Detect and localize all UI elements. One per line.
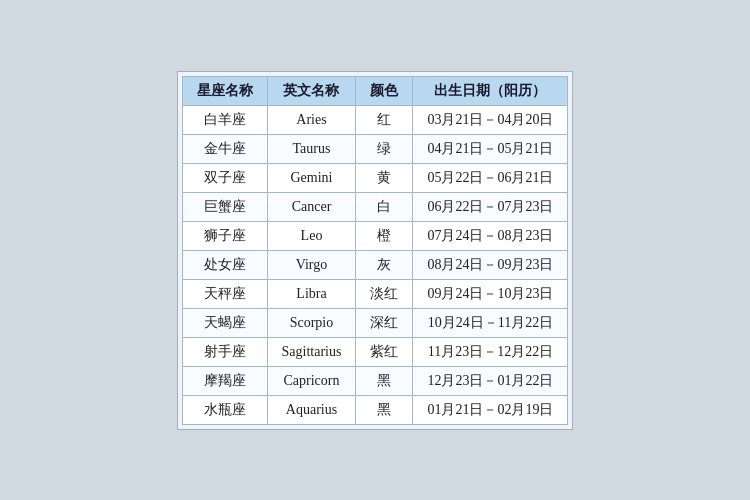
cell-dates: 12月23日－01月22日 [413,366,568,395]
cell-chinese-name: 天秤座 [182,279,267,308]
table-header-row: 星座名称 英文名称 颜色 出生日期（阳历） [182,76,568,105]
cell-chinese-name: 金牛座 [182,134,267,163]
cell-chinese-name: 处女座 [182,250,267,279]
table-row: 狮子座Leo橙07月24日－08月23日 [182,221,568,250]
table-row: 天蝎座Scorpio深红10月24日－11月22日 [182,308,568,337]
cell-color: 黑 [356,395,413,424]
cell-color: 红 [356,105,413,134]
cell-color: 绿 [356,134,413,163]
header-color: 颜色 [356,76,413,105]
cell-chinese-name: 摩羯座 [182,366,267,395]
cell-dates: 06月22日－07月23日 [413,192,568,221]
header-dates: 出生日期（阳历） [413,76,568,105]
table-row: 摩羯座Capricorn黑12月23日－01月22日 [182,366,568,395]
cell-color: 黑 [356,366,413,395]
cell-chinese-name: 双子座 [182,163,267,192]
cell-english-name: Capricorn [267,366,356,395]
cell-english-name: Libra [267,279,356,308]
cell-english-name: Sagittarius [267,337,356,366]
cell-dates: 04月21日－05月21日 [413,134,568,163]
table-row: 双子座Gemini黄05月22日－06月21日 [182,163,568,192]
header-english-name: 英文名称 [267,76,356,105]
cell-chinese-name: 白羊座 [182,105,267,134]
cell-chinese-name: 天蝎座 [182,308,267,337]
cell-color: 黄 [356,163,413,192]
table-row: 水瓶座Aquarius黑01月21日－02月19日 [182,395,568,424]
table-row: 巨蟹座Cancer白06月22日－07月23日 [182,192,568,221]
cell-dates: 09月24日－10月23日 [413,279,568,308]
cell-color: 紫红 [356,337,413,366]
zodiac-table: 星座名称 英文名称 颜色 出生日期（阳历） 白羊座Aries红03月21日－04… [182,76,569,425]
cell-color: 深红 [356,308,413,337]
cell-color: 灰 [356,250,413,279]
cell-color: 淡红 [356,279,413,308]
cell-chinese-name: 狮子座 [182,221,267,250]
cell-dates: 01月21日－02月19日 [413,395,568,424]
table-row: 处女座Virgo灰08月24日－09月23日 [182,250,568,279]
cell-english-name: Aquarius [267,395,356,424]
cell-english-name: Aries [267,105,356,134]
cell-english-name: Taurus [267,134,356,163]
cell-dates: 11月23日－12月22日 [413,337,568,366]
cell-color: 橙 [356,221,413,250]
cell-color: 白 [356,192,413,221]
cell-dates: 08月24日－09月23日 [413,250,568,279]
table-row: 白羊座Aries红03月21日－04月20日 [182,105,568,134]
cell-dates: 07月24日－08月23日 [413,221,568,250]
table-row: 金牛座Taurus绿04月21日－05月21日 [182,134,568,163]
cell-english-name: Gemini [267,163,356,192]
cell-dates: 10月24日－11月22日 [413,308,568,337]
table-container: 星座名称 英文名称 颜色 出生日期（阳历） 白羊座Aries红03月21日－04… [177,71,574,430]
cell-english-name: Cancer [267,192,356,221]
header-chinese-name: 星座名称 [182,76,267,105]
cell-dates: 05月22日－06月21日 [413,163,568,192]
cell-chinese-name: 巨蟹座 [182,192,267,221]
table-row: 天秤座Libra淡红09月24日－10月23日 [182,279,568,308]
cell-english-name: Virgo [267,250,356,279]
cell-dates: 03月21日－04月20日 [413,105,568,134]
cell-english-name: Leo [267,221,356,250]
cell-chinese-name: 水瓶座 [182,395,267,424]
cell-chinese-name: 射手座 [182,337,267,366]
table-row: 射手座Sagittarius紫红11月23日－12月22日 [182,337,568,366]
cell-english-name: Scorpio [267,308,356,337]
